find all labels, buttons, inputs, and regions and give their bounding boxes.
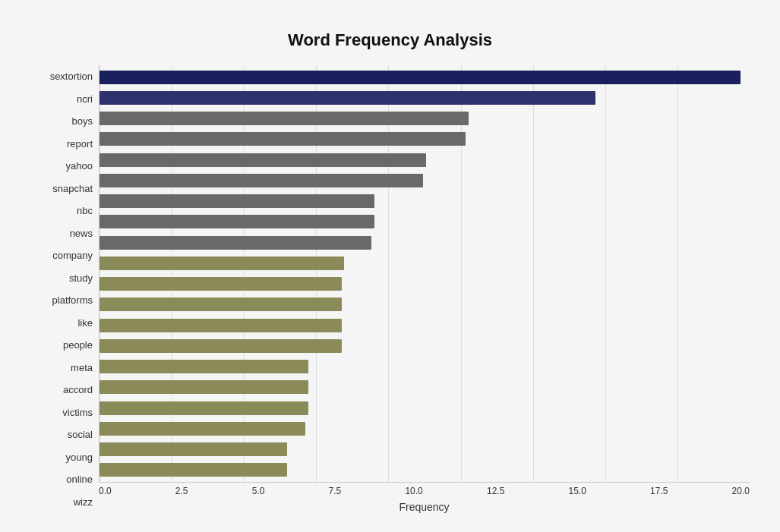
- y-label: snapchat: [52, 184, 93, 194]
- y-label: news: [70, 228, 93, 238]
- bar: [99, 215, 374, 228]
- bar-row: [99, 275, 750, 292]
- y-label: sextortion: [50, 71, 93, 81]
- bars-area: [99, 65, 750, 483]
- y-labels: sextortionncriboysreportyahoosnapchatnbc…: [30, 65, 99, 513]
- y-label: report: [67, 139, 93, 149]
- y-label: company: [52, 250, 93, 260]
- y-label: young: [66, 452, 93, 462]
- bar-row: [99, 193, 750, 209]
- bars-list: [99, 65, 750, 482]
- chart-area: sextortionncriboysreportyahoosnapchatnbc…: [30, 65, 750, 513]
- y-label: nbc: [77, 206, 93, 216]
- y-label: study: [69, 273, 93, 283]
- bar: [99, 194, 374, 208]
- chart-title: Word Frequency Analysis: [30, 30, 750, 50]
- bar: [99, 277, 342, 291]
- bar-row: [99, 296, 750, 313]
- bar-row: [99, 400, 750, 417]
- bar: [99, 319, 342, 332]
- bar: [99, 153, 426, 167]
- y-label: platforms: [52, 295, 93, 305]
- y-label: like: [77, 318, 93, 328]
- bar: [99, 380, 308, 394]
- y-label: social: [68, 430, 93, 439]
- x-tick: 7.5: [329, 486, 342, 496]
- x-tick: 20.0: [732, 486, 750, 496]
- y-label: victims: [62, 408, 93, 417]
- bar: [99, 91, 595, 105]
- bar-row: [99, 420, 750, 437]
- x-tick: 10.0: [405, 486, 422, 496]
- y-label: people: [63, 340, 93, 350]
- y-label: ncri: [77, 94, 93, 104]
- x-tick: 12.5: [487, 486, 504, 496]
- x-tick: 5.0: [252, 486, 265, 496]
- x-tick: 2.5: [175, 486, 188, 496]
- bar-row: [99, 338, 750, 354]
- y-label: meta: [71, 363, 93, 373]
- bar: [99, 442, 287, 456]
- y-label: online: [66, 474, 93, 484]
- bar: [99, 174, 423, 187]
- bar: [99, 132, 466, 146]
- x-tick: 15.0: [569, 486, 586, 496]
- bar-row: [99, 69, 750, 86]
- bar: [99, 339, 342, 353]
- bar: [99, 463, 287, 477]
- bar: [99, 360, 308, 373]
- bar-row: [99, 213, 750, 230]
- bar: [99, 401, 308, 415]
- bar-row: [99, 131, 750, 147]
- y-label: accord: [63, 385, 93, 395]
- bars-and-x: 0.02.55.07.510.012.515.017.520.0 Frequen…: [99, 65, 750, 513]
- x-axis: 0.02.55.07.510.012.515.017.520.0: [99, 483, 750, 496]
- bar-row: [99, 152, 750, 168]
- bar: [99, 112, 469, 125]
- bar-row: [99, 358, 750, 375]
- bar: [99, 71, 741, 84]
- bar: [99, 236, 371, 250]
- bar-row: [99, 90, 750, 106]
- y-label: yahoo: [66, 161, 93, 171]
- x-axis-label: Frequency: [99, 501, 750, 513]
- bar-row: [99, 379, 750, 395]
- chart-container: Word Frequency Analysis sextortionncribo…: [15, 15, 765, 532]
- bar-row: [99, 317, 750, 334]
- bar-row: [99, 255, 750, 272]
- bar-row: [99, 235, 750, 251]
- x-tick: 17.5: [650, 486, 668, 496]
- bar-row: [99, 110, 750, 127]
- bar: [99, 257, 344, 270]
- bar-row: [99, 441, 750, 458]
- y-label: boys: [72, 116, 93, 126]
- bar-row: [99, 172, 750, 189]
- bar: [99, 422, 305, 436]
- bar-row: [99, 461, 750, 478]
- y-label: wizz: [74, 497, 93, 507]
- bar: [99, 297, 342, 311]
- x-tick: 0.0: [99, 486, 112, 496]
